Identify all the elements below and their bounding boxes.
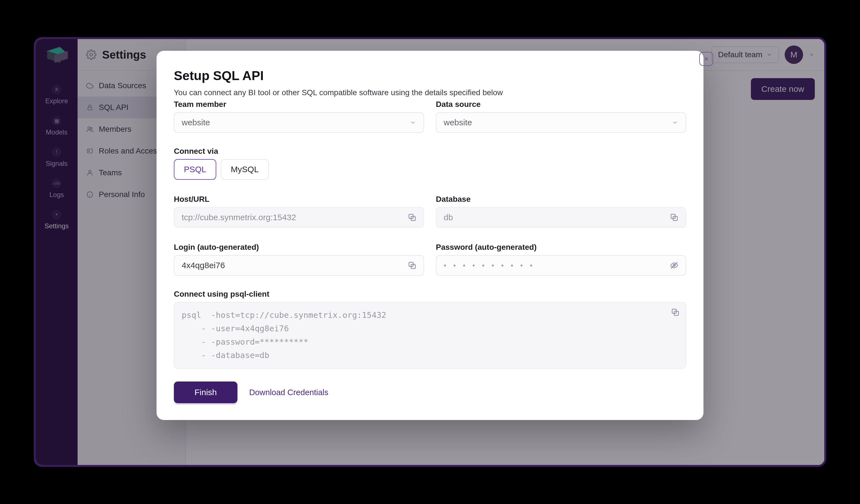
psql-option[interactable]: PSQL	[174, 159, 216, 180]
login-label: Login (auto-generated)	[174, 243, 424, 252]
team-member-value: website	[182, 118, 210, 127]
password-field[interactable]: • • • • • • • • • •	[436, 255, 686, 276]
password-mask: • • • • • • • • • •	[444, 261, 535, 270]
copy-icon[interactable]	[408, 261, 416, 270]
database-value: db	[444, 213, 453, 222]
login-field[interactable]	[174, 255, 424, 276]
setup-sql-api-modal: Setup SQL API You can connect any BI too…	[157, 51, 703, 420]
close-button[interactable]	[699, 52, 713, 66]
data-source-label: Data source	[436, 100, 686, 109]
team-member-label: Team member	[174, 100, 424, 109]
modal-title: Setup SQL API	[174, 68, 686, 83]
host-label: Host/URL	[174, 195, 424, 204]
mysql-option[interactable]: MySQL	[221, 159, 269, 180]
psql-command: psql -host=tcp://cube.synmetrix.org:1543…	[182, 310, 386, 360]
host-value: tcp://cube.synmetrix.org:15432	[182, 213, 296, 222]
copy-icon[interactable]	[670, 213, 678, 221]
chevron-down-icon	[672, 119, 678, 126]
eye-off-icon[interactable]	[670, 261, 678, 270]
login-input[interactable]	[182, 261, 408, 270]
data-source-value: website	[444, 118, 472, 127]
chevron-down-icon	[410, 119, 416, 126]
psql-command-box: psql -host=tcp://cube.synmetrix.org:1543…	[174, 302, 686, 369]
team-member-select[interactable]: website	[174, 112, 424, 133]
close-icon	[703, 56, 709, 62]
modal-subtitle: You can connect any BI tool or other SQL…	[174, 88, 686, 97]
database-label: Database	[436, 195, 686, 204]
download-credentials-link[interactable]: Download Credentials	[249, 388, 328, 397]
host-field: tcp://cube.synmetrix.org:15432	[174, 207, 424, 228]
copy-icon[interactable]	[408, 213, 416, 221]
database-field: db	[436, 207, 686, 228]
psql-client-label: Connect using psql-client	[174, 290, 686, 299]
finish-button[interactable]: Finish	[174, 381, 238, 403]
copy-icon[interactable]	[671, 308, 679, 316]
password-label: Password (auto-generated)	[436, 243, 686, 252]
modal-overlay: Setup SQL API You can connect any BI too…	[36, 39, 824, 465]
data-source-select[interactable]: website	[436, 112, 686, 133]
connect-via-label: Connect via	[174, 147, 686, 156]
